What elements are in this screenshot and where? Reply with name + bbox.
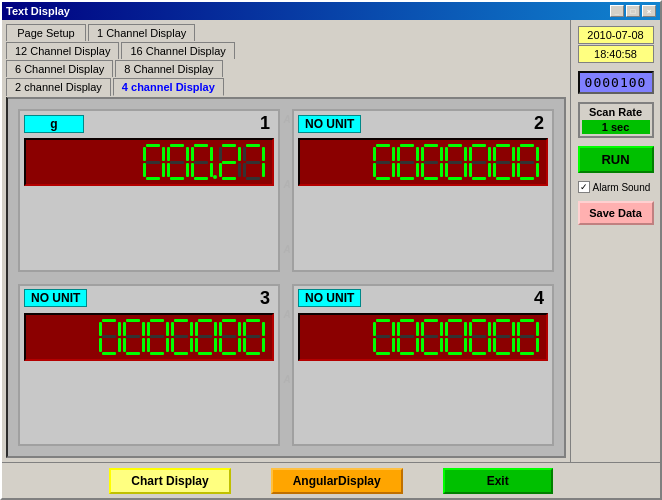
- channel-2-led: [298, 138, 548, 186]
- chart-display-button[interactable]: Chart Display: [109, 468, 230, 494]
- date-display: 2010-07-08 18:40:58: [578, 26, 654, 63]
- main-window: Text Display _ □ × Page Setup 1 Channel …: [0, 0, 662, 500]
- minimize-button[interactable]: _: [610, 5, 624, 17]
- channel-2-card: NO UNIT 2: [292, 109, 554, 272]
- led-digit: [517, 319, 539, 355]
- led-digit: [123, 319, 145, 355]
- led-digit: [493, 319, 515, 355]
- channel-3-led: [24, 313, 274, 361]
- channel-3-unit: NO UNIT: [24, 289, 87, 307]
- led-digit: [517, 144, 539, 180]
- channel-2-number: 2: [534, 113, 548, 134]
- content-area: Page Setup 1 Channel Display 12 Channel …: [2, 20, 660, 462]
- channel-4-number: 4: [534, 288, 548, 309]
- alarm-checkbox[interactable]: ✓: [578, 181, 590, 193]
- time-value: 18:40:58: [578, 45, 654, 63]
- channel-3-number: 3: [260, 288, 274, 309]
- led-digit: [421, 319, 443, 355]
- channel-2-header: NO UNIT 2: [294, 111, 552, 136]
- title-buttons: _ □ ×: [610, 5, 656, 17]
- scan-rate-label: Scan Rate: [582, 106, 650, 118]
- scan-rate-box: Scan Rate 1 sec: [578, 102, 654, 138]
- led-digit: [99, 319, 121, 355]
- channel-1-led: [24, 138, 274, 186]
- tab-12-channel[interactable]: 12 Channel Display: [6, 42, 119, 59]
- led-digit: [143, 144, 165, 180]
- bottom-bar: Chart Display AngularDisplay Exit: [2, 462, 660, 498]
- channel-3-header: NO UNIT 3: [20, 286, 278, 311]
- channels-grid: g 1: [18, 109, 554, 446]
- tab-row-3: 6 Channel Display 8 Channel Display: [6, 60, 566, 77]
- main-panel: Page Setup 1 Channel Display 12 Channel …: [2, 20, 570, 462]
- led-digit: [373, 319, 395, 355]
- led-digit: [191, 144, 213, 180]
- led-digit: [167, 144, 189, 180]
- right-panel: 2010-07-08 18:40:58 0000100 Scan Rate 1 …: [570, 20, 660, 462]
- led-digit: [469, 144, 491, 180]
- tab-1-channel[interactable]: 1 Channel Display: [88, 24, 195, 41]
- led-digit: [219, 144, 241, 180]
- tab-8-channel[interactable]: 8 Channel Display: [115, 60, 222, 77]
- window-title: Text Display: [6, 5, 70, 17]
- channel-4-card: NO UNIT 4: [292, 284, 554, 447]
- led-digit: [373, 144, 395, 180]
- led-digit: [493, 144, 515, 180]
- tab-page-setup[interactable]: Page Setup: [6, 24, 86, 41]
- channel-4-led: [298, 313, 548, 361]
- tab-4-channel[interactable]: 4 channel Display: [113, 78, 224, 96]
- maximize-button[interactable]: □: [626, 5, 640, 17]
- title-bar: Text Display _ □ ×: [2, 2, 660, 20]
- led-digit: [147, 319, 169, 355]
- channel-1-unit: g: [24, 115, 84, 133]
- channel-1-number: 1: [260, 113, 274, 134]
- tab-row-4: 2 channel Display 4 channel Display: [6, 78, 566, 96]
- tab-6-channel[interactable]: 6 Channel Display: [6, 60, 113, 77]
- channel-4-unit: NO UNIT: [298, 289, 361, 307]
- angular-display-button[interactable]: AngularDisplay: [271, 468, 403, 494]
- exit-button[interactable]: Exit: [443, 468, 553, 494]
- tab-2-channel[interactable]: 2 channel Display: [6, 78, 111, 96]
- scan-rate-value: 1 sec: [582, 120, 650, 134]
- channel-2-unit: NO UNIT: [298, 115, 361, 133]
- alarm-label: Alarm Sound: [593, 182, 651, 193]
- led-digit: [397, 319, 419, 355]
- channel-3-card: NO UNIT 3: [18, 284, 280, 447]
- display-box: LEGATOOL LEGATOOL LEGATOOL LEGATOOL LEGA…: [6, 97, 566, 458]
- led-digit: [421, 144, 443, 180]
- led-digit: [219, 319, 241, 355]
- run-button[interactable]: RUN: [578, 146, 654, 173]
- led-digit: [243, 319, 265, 355]
- counter-display: 0000100: [578, 71, 654, 94]
- channel-1-header: g 1: [20, 111, 278, 136]
- save-data-button[interactable]: Save Data: [578, 201, 654, 225]
- close-button[interactable]: ×: [642, 5, 656, 17]
- alarm-sound-container: ✓ Alarm Sound: [578, 181, 654, 193]
- led-digit: [243, 144, 265, 180]
- led-digit: [397, 144, 419, 180]
- tab-row-2: 12 Channel Display 16 Channel Display: [6, 42, 566, 59]
- led-digit: [195, 319, 217, 355]
- led-digit: [171, 319, 193, 355]
- led-digit: [469, 319, 491, 355]
- tab-row-1: Page Setup 1 Channel Display: [6, 24, 566, 41]
- channel-1-card: g 1: [18, 109, 280, 272]
- tab-16-channel[interactable]: 16 Channel Display: [121, 42, 234, 59]
- led-digit: [445, 319, 467, 355]
- led-digit: [445, 144, 467, 180]
- channel-4-header: NO UNIT 4: [294, 286, 552, 311]
- date-value: 2010-07-08: [578, 26, 654, 44]
